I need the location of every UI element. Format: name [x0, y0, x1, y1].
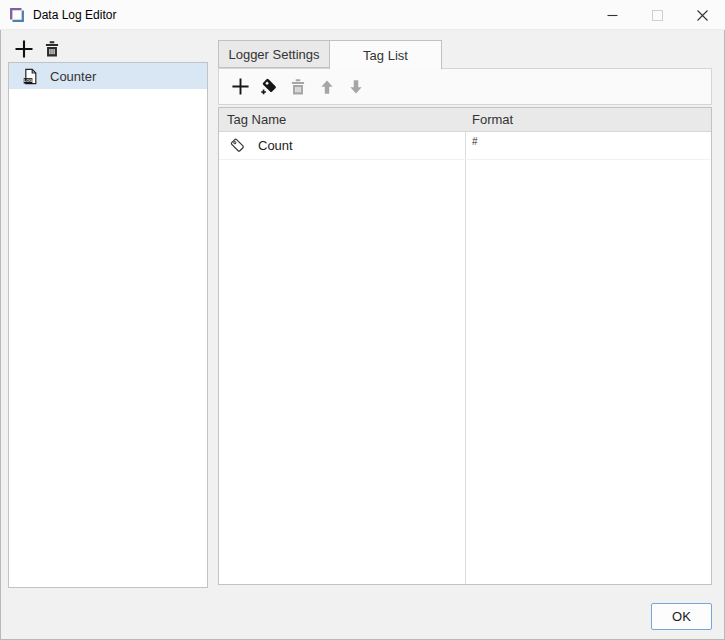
close-icon	[697, 10, 708, 21]
add-tag-from-list-button[interactable]	[257, 75, 281, 99]
add-icon	[231, 77, 250, 96]
column-divider	[465, 108, 466, 584]
tab-bar: Logger Settings Tag List	[218, 40, 442, 68]
minimize-button[interactable]	[590, 0, 635, 30]
log-file-icon: LOG	[22, 68, 39, 85]
column-header-tag-name[interactable]: Tag Name	[219, 112, 466, 127]
move-down-icon	[347, 78, 365, 96]
delete-tag-button[interactable]	[286, 75, 310, 99]
delete-icon	[43, 40, 61, 58]
tag-name-cell: Count	[219, 132, 466, 159]
table-header: Tag Name Format	[219, 108, 711, 132]
minimize-icon	[607, 10, 618, 21]
add-icon	[14, 39, 34, 59]
add-tag-icon	[260, 77, 279, 96]
title-bar: Data Log Editor	[0, 0, 725, 30]
add-logger-button[interactable]	[10, 35, 38, 63]
window-title: Data Log Editor	[33, 0, 116, 30]
delete-logger-button[interactable]	[38, 35, 66, 63]
logger-item-label: Counter	[50, 69, 96, 84]
move-tag-down-button[interactable]	[344, 75, 368, 99]
ok-button[interactable]: OK	[651, 603, 712, 630]
tab-tag-list[interactable]: Tag List	[329, 40, 442, 69]
delete-icon	[289, 78, 307, 96]
add-tag-row-button[interactable]	[228, 75, 252, 99]
maximize-icon	[652, 10, 663, 21]
move-tag-up-button[interactable]	[315, 75, 339, 99]
tab-logger-settings[interactable]: Logger Settings	[218, 40, 330, 68]
tag-toolbar	[218, 68, 712, 105]
svg-text:LOG: LOG	[24, 78, 33, 83]
logger-list: LOG Counter	[8, 62, 208, 588]
logger-list-item-counter[interactable]: LOG Counter	[9, 63, 207, 89]
maximize-button[interactable]	[635, 0, 680, 30]
tag-name-value: Count	[258, 138, 293, 153]
close-button[interactable]	[680, 0, 725, 30]
column-header-format[interactable]: Format	[466, 112, 513, 127]
tag-table: Tag Name Format Count #	[218, 107, 712, 585]
move-up-icon	[318, 78, 336, 96]
tag-icon	[229, 137, 246, 154]
app-icon	[8, 6, 26, 24]
table-row[interactable]: Count #	[219, 132, 711, 160]
data-log-editor-window: { "window": { "title": "Data Log Editor"…	[0, 0, 725, 640]
format-cell: #	[466, 132, 711, 159]
